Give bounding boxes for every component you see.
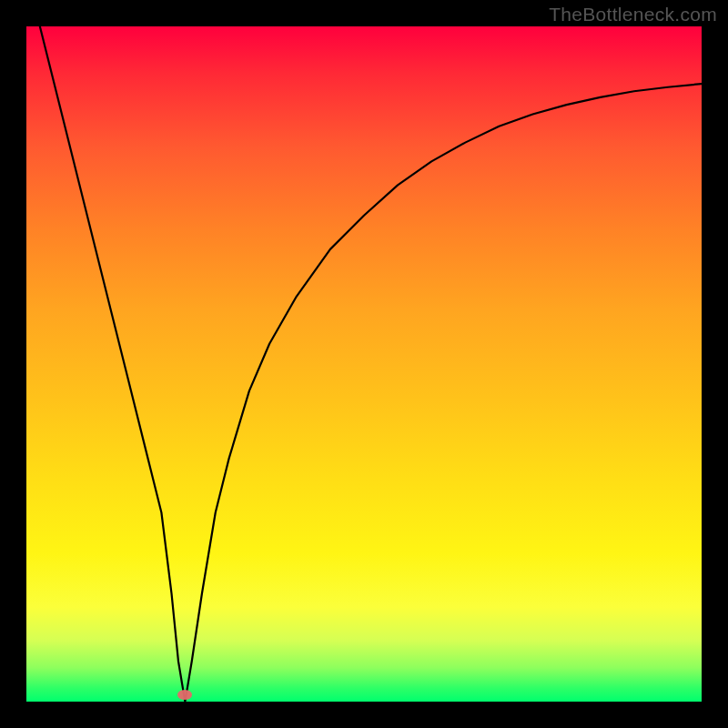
bottleneck-curve <box>26 26 702 702</box>
chart-frame: TheBottleneck.com <box>0 0 728 728</box>
watermark-text: TheBottleneck.com <box>549 4 717 25</box>
plot-area <box>26 26 702 702</box>
